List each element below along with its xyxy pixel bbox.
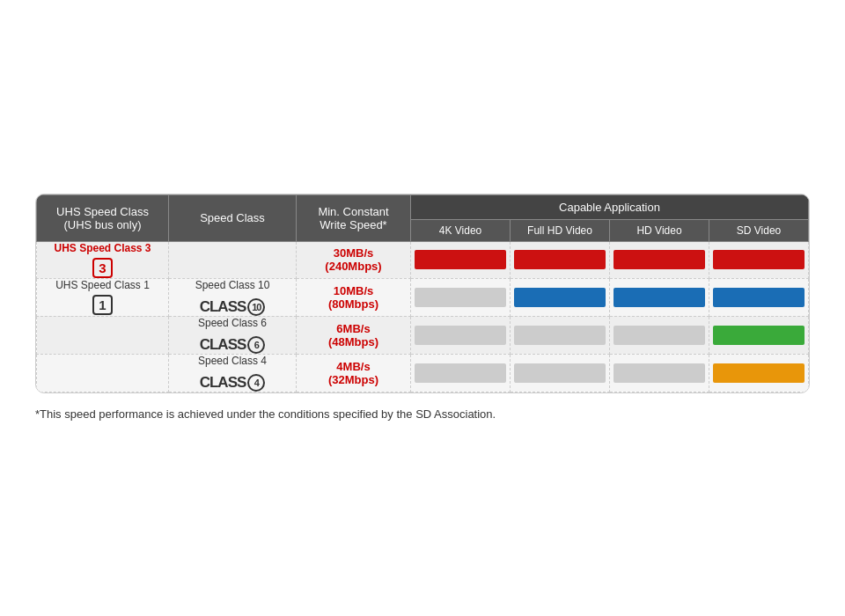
class-circle: 10 [247, 298, 265, 316]
speed-label: Speed Class 10 [169, 279, 296, 291]
bar-cell-1-3 [709, 278, 809, 316]
bar-cell-3-3 [709, 354, 809, 392]
header-speed: Speed Class [169, 194, 297, 241]
header-hd: HD Video [610, 219, 709, 241]
uhs-icon: 1 [92, 295, 112, 315]
bar-segment [415, 250, 506, 269]
bar-cell-1-2 [610, 278, 709, 316]
bar-placeholder [514, 326, 606, 345]
bar-cell-2-1 [511, 316, 610, 354]
bar-cell-1-0 [411, 278, 511, 316]
bar-segment [713, 250, 805, 269]
header-uhs: UHS Speed Class (UHS bus only) [37, 194, 169, 241]
class-logo: CLASS4 [200, 374, 266, 392]
cell-uhs-0: UHS Speed Class 33 [37, 241, 169, 278]
footnote: *This speed performance is achieved unde… [35, 406, 496, 423]
table-row: UHS Speed Class 11Speed Class 10CLASS101… [37, 278, 809, 316]
cell-uhs-2 [37, 316, 169, 354]
header-fullhd: Full HD Video [511, 219, 610, 241]
bar-cell-1-1 [511, 278, 610, 316]
bar-segment [713, 326, 805, 345]
bar-cell-2-2 [610, 316, 709, 354]
cell-speed-1: Speed Class 10CLASS10 [169, 278, 297, 316]
main-container: UHS Speed Class (UHS bus only) Speed Cla… [35, 194, 810, 423]
cell-write-2: 6MB/s (48Mbps) [297, 316, 411, 354]
bar-cell-0-0 [411, 241, 511, 278]
cell-uhs-1: UHS Speed Class 11 [37, 278, 169, 316]
header-4k: 4K Video [411, 219, 511, 241]
cell-speed-3: Speed Class 4CLASS4 [169, 354, 297, 392]
uhs-icon: 3 [92, 258, 112, 278]
bar-placeholder [415, 288, 506, 307]
speed-label: Speed Class 4 [169, 355, 296, 367]
bar-placeholder [415, 326, 506, 345]
bar-cell-3-0 [411, 354, 511, 392]
bar-segment [514, 288, 606, 307]
bar-placeholder [415, 363, 506, 383]
bar-segment [514, 250, 606, 269]
bar-placeholder [614, 326, 705, 345]
bar-cell-3-2 [610, 354, 709, 392]
speed-label: Speed Class 6 [169, 317, 296, 329]
bar-segment [713, 363, 805, 383]
table-row: Speed Class 6CLASS66MB/s (48Mbps) [37, 316, 809, 354]
uhs-label: UHS Speed Class 3 [37, 242, 168, 254]
header-write: Min. Constant Write Speed* [297, 194, 411, 241]
uhs-label: UHS Speed Class 1 [37, 279, 168, 291]
bar-cell-3-1 [511, 354, 610, 392]
comparison-table: UHS Speed Class (UHS bus only) Speed Cla… [36, 194, 809, 392]
class-logo: CLASS6 [200, 336, 266, 354]
class-logo: CLASS10 [200, 298, 266, 316]
cell-speed-0 [169, 241, 297, 278]
bar-placeholder [514, 363, 606, 383]
bar-segment [614, 250, 705, 269]
cell-speed-2: Speed Class 6CLASS6 [169, 316, 297, 354]
cell-write-3: 4MB/s (32Mbps) [297, 354, 411, 392]
bar-cell-0-2 [610, 241, 709, 278]
header-capable: Capable Application [411, 194, 809, 219]
bar-cell-0-3 [709, 241, 809, 278]
table-row: Speed Class 4CLASS44MB/s (32Mbps) [37, 354, 809, 392]
comparison-table-container: UHS Speed Class (UHS bus only) Speed Cla… [35, 194, 810, 393]
bar-cell-0-1 [511, 241, 610, 278]
bar-segment [614, 288, 705, 307]
cell-write-1: 10MB/s (80Mbps) [297, 278, 411, 316]
header-sd: SD Video [709, 219, 809, 241]
cell-write-0: 30MB/s (240Mbps) [297, 241, 411, 278]
class-circle: 4 [247, 374, 265, 392]
class-circle: 6 [247, 336, 265, 354]
bar-cell-2-0 [411, 316, 511, 354]
bar-placeholder [614, 363, 705, 383]
table-row: UHS Speed Class 3330MB/s (240Mbps) [37, 241, 809, 278]
cell-uhs-3 [37, 354, 169, 392]
bar-cell-2-3 [709, 316, 809, 354]
bar-segment [713, 288, 805, 307]
